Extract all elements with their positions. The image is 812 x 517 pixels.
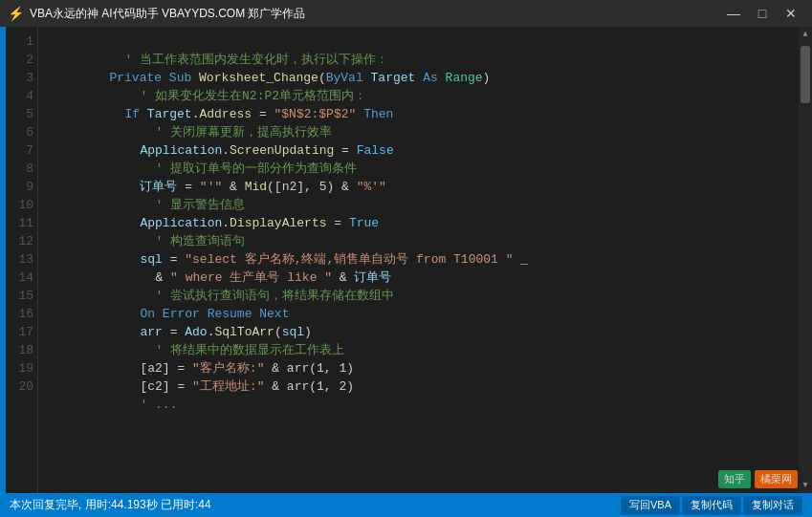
title-bar-title: VBA永远的神 AI代码助手 VBAYYDS.COM 郑广学作品	[30, 6, 305, 22]
title-bar: ⚡ VBA永远的神 AI代码助手 VBAYYDS.COM 郑广学作品 — □ ✕	[0, 0, 812, 27]
minimize-button[interactable]: —	[720, 3, 747, 24]
maximize-button[interactable]: □	[749, 3, 776, 24]
code-editor[interactable]: ' 当工作表范围内发生变化时，执行以下操作： Private Sub Works…	[38, 27, 799, 493]
status-text: 本次回复完毕, 用时:44.193秒 已用时:44	[10, 497, 619, 513]
watermark: 知乎 橘栗网	[718, 470, 798, 488]
status-bar: 本次回复完毕, 用时:44.193秒 已用时:44 写回VBA 复制代码 复制对…	[0, 493, 812, 517]
watermark-zhihu: 知乎	[718, 470, 751, 488]
scroll-thumb[interactable]	[801, 46, 810, 103]
scroll-up-button[interactable]: ▲	[799, 27, 812, 42]
app-window: ⚡ VBA永远的神 AI代码助手 VBAYYDS.COM 郑广学作品 — □ ✕…	[0, 0, 812, 517]
watermark-juli: 橘栗网	[755, 470, 798, 488]
code-line-1: ' 当工作表范围内发生变化时，执行以下操作：	[50, 32, 787, 51]
line-numbers: 1234 5678 9101112 13141516 17181920	[6, 27, 38, 493]
copy-dialog-button[interactable]: 复制对话	[743, 496, 802, 515]
app-icon: ⚡	[8, 6, 24, 21]
editor-container: 1234 5678 9101112 13141516 17181920 ' 当工…	[0, 27, 812, 493]
scroll-down-button[interactable]: ▼	[799, 478, 812, 493]
title-bar-left: ⚡ VBA永远的神 AI代码助手 VBAYYDS.COM 郑广学作品	[8, 6, 305, 22]
title-bar-controls: — □ ✕	[720, 3, 804, 24]
write-vba-button[interactable]: 写回VBA	[621, 496, 680, 515]
close-button[interactable]: ✕	[778, 3, 804, 24]
scrollbar-right[interactable]: ▲ ▼	[799, 27, 812, 493]
status-buttons: 写回VBA 复制代码 复制对话	[619, 496, 802, 515]
copy-code-button[interactable]: 复制代码	[682, 496, 741, 515]
